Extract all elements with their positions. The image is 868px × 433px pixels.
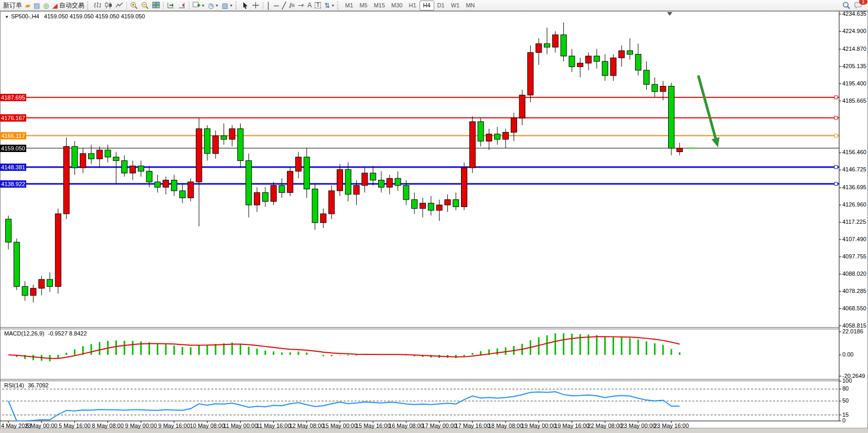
candle-chart-mode-button[interactable] (103, 1, 114, 10)
signals-button[interactable]: ◎ (41, 1, 50, 10)
autotrade-icon: ◢ (52, 2, 58, 9)
tile-windows-icon (152, 2, 160, 9)
candle-body (420, 203, 426, 209)
arrows-tool-button[interactable]: ⇅ ▼ (323, 1, 336, 10)
candle-body (312, 189, 318, 223)
timeframe-m1-button[interactable]: M1 (342, 1, 356, 10)
candle-body (462, 168, 467, 207)
candle-body (14, 242, 19, 287)
gold-bar-icon: ▰ (25, 2, 30, 9)
candle-body (362, 173, 368, 186)
candle-body (528, 52, 533, 95)
toolbar-grip (87, 2, 90, 9)
level-line-anchor[interactable] (834, 134, 838, 137)
timeframe-w1-button[interactable]: W1 (448, 1, 463, 10)
bar-chart-mode-button[interactable] (92, 1, 103, 10)
toolbar-separator (263, 2, 263, 9)
candle-body (669, 86, 674, 148)
template-menu-button[interactable]: ▨ ▼ (220, 1, 234, 10)
timeframe-d1-button[interactable]: D1 (434, 1, 448, 10)
fibonacci-tool-button[interactable]: ┄F (296, 1, 306, 10)
level-line-anchor[interactable] (834, 96, 838, 99)
text-tool-button[interactable]: A (306, 1, 313, 10)
candle-body (644, 70, 649, 84)
candle-body (552, 35, 558, 47)
timeframe-menu-button[interactable]: ◷ ▼ (207, 1, 220, 10)
candle-body (519, 95, 525, 118)
trend-arrow-annotation[interactable] (699, 77, 715, 138)
chart-shift-button[interactable] (176, 1, 187, 10)
channel-e-label: E (292, 3, 295, 8)
macd-layer (8, 333, 680, 361)
autotrade-button[interactable]: ◢ 自动交易 (51, 1, 86, 10)
vertical-line-tool-button[interactable]: │ (265, 1, 272, 10)
close-price-dash (688, 148, 695, 149)
candle-body (403, 186, 409, 200)
candle-body (469, 122, 475, 168)
timeframe-m5-button[interactable]: M5 (356, 1, 370, 10)
template-icon: ▨ (222, 2, 228, 9)
timeframe-h1-button[interactable]: H1 (405, 1, 419, 10)
candle-body (353, 186, 359, 194)
candle-body (610, 58, 616, 75)
timeframe-m15-button[interactable]: M15 (371, 1, 388, 10)
community-button[interactable]: ▤ (32, 1, 41, 10)
candle-body (22, 287, 28, 296)
new-order-label: 新订单 (3, 1, 22, 10)
candle-body (329, 191, 335, 214)
crosshair-icon (252, 2, 260, 9)
chevron-down-icon: ▼ (331, 4, 335, 7)
text-label-tool-button[interactable]: T (313, 1, 323, 10)
horizontal-line-tool-button[interactable]: ─ (272, 1, 280, 10)
candle-body (271, 186, 276, 201)
candle-body (89, 154, 94, 159)
text-label-icon: T (315, 2, 321, 8)
level-line-anchor[interactable] (834, 166, 838, 169)
crosshair-tool-button[interactable] (250, 1, 261, 10)
candle-body (246, 160, 252, 205)
search-button[interactable] (841, 1, 852, 10)
level-line-anchor[interactable] (834, 116, 838, 120)
candle-body (138, 166, 144, 171)
timeframe-h4-button[interactable]: H4 (420, 1, 434, 10)
timeframe-mn-button[interactable]: MN (463, 1, 478, 10)
price-chart[interactable] (0, 0, 868, 433)
level-line-anchor[interactable] (834, 182, 838, 186)
candle-body (677, 148, 682, 152)
candle-body (412, 200, 417, 209)
candle-body (155, 182, 160, 187)
add-indicator-button[interactable]: ▼ (191, 1, 207, 10)
new-order-button[interactable]: 新订单 (2, 1, 24, 10)
clock-icon: ◷ (208, 2, 214, 9)
channel-tool-button[interactable]: ⫽E (287, 1, 296, 10)
auto-scroll-button[interactable] (165, 1, 176, 10)
market-watch-button[interactable]: ▰ (24, 1, 32, 10)
candle-body (561, 35, 566, 56)
text-tool-icon: A (307, 2, 312, 9)
candle-body (55, 214, 61, 287)
zoom-in-button[interactable] (128, 1, 140, 10)
candle-body (304, 157, 309, 189)
notifications-button[interactable]: 1 (852, 1, 864, 10)
candle-body (586, 56, 592, 63)
trendline-tool-button[interactable]: ╱ (280, 1, 287, 10)
candle-body (47, 279, 53, 287)
chart-shift-icon (178, 2, 186, 9)
cursor-tool-button[interactable] (240, 1, 250, 10)
chart-shift-marker[interactable] (667, 12, 672, 16)
candle-body (80, 154, 86, 168)
timeframe-m30-button[interactable]: M30 (388, 1, 405, 10)
candle-body (213, 136, 219, 154)
candle-body (105, 150, 111, 157)
candle-body (511, 118, 517, 132)
candle-body (39, 279, 45, 288)
fibo-f-label: F (302, 3, 304, 8)
line-chart-icon (115, 2, 123, 9)
horizontal-line-icon: ─ (274, 2, 278, 9)
candle-body (577, 63, 583, 67)
line-chart-mode-button[interactable] (114, 1, 125, 10)
candle-body (379, 180, 384, 188)
zoom-out-button[interactable] (140, 1, 151, 10)
trend-arrow-head[interactable] (712, 137, 720, 147)
tile-windows-button[interactable] (151, 1, 162, 10)
